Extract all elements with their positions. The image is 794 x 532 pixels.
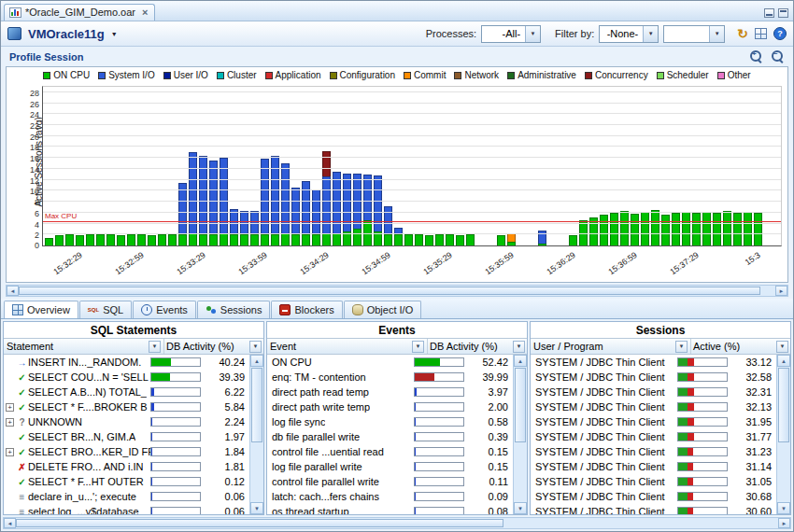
zoom-out-icon[interactable]: − xyxy=(771,49,785,63)
chart-horizontal-scrollbar[interactable]: ◄ ► xyxy=(6,285,788,297)
table-row[interactable]: +✓SELECT * F....BROKER B5.84 xyxy=(4,399,249,414)
expander-icon[interactable]: + xyxy=(6,448,14,456)
tab-object-i-o[interactable]: Object I/O xyxy=(344,301,422,318)
table-row[interactable]: ✓SELECT COU...N = 'SELL39.39 xyxy=(4,370,249,385)
scroll-left-icon[interactable]: ◄ xyxy=(7,286,19,296)
scroll-thumb[interactable] xyxy=(778,368,789,442)
scroll-right-icon[interactable]: ► xyxy=(775,286,787,296)
column-header-user-program[interactable]: User / Program▼ xyxy=(531,339,691,354)
table-row[interactable]: +?UNKNOWN2.24 xyxy=(4,414,249,429)
table-row[interactable]: SYSTEM / JDBC Thin Client30.60 xyxy=(531,504,776,514)
scroll-up-icon[interactable]: ▲ xyxy=(777,355,790,367)
scroll-left-icon[interactable]: ◄ xyxy=(4,518,16,528)
chevron-down-icon[interactable]: ▼ xyxy=(643,26,658,42)
table-row[interactable]: db file parallel write0.39 xyxy=(267,429,513,444)
vertical-scrollbar[interactable]: ▲ ▼ xyxy=(249,355,263,514)
tab-sessions[interactable]: Sessions xyxy=(197,301,271,318)
editor-tab[interactable]: *Oracle_GIM_Demo.oar × xyxy=(4,4,155,21)
table-row[interactable]: ≡select log_...v$database0.06 xyxy=(4,504,249,514)
table-row[interactable]: SYSTEM / JDBC Thin Client31.95 xyxy=(531,414,776,429)
table-row[interactable]: enq: TM - contention39.99 xyxy=(267,370,513,385)
table-row[interactable]: latch: cach...fers chains0.09 xyxy=(267,489,513,504)
scroll-track[interactable] xyxy=(16,518,778,528)
table-row[interactable]: SYSTEM / JDBC Thin Client31.14 xyxy=(531,459,776,474)
help-icon[interactable]: ? xyxy=(773,27,787,40)
scroll-right-icon[interactable]: ► xyxy=(778,518,790,528)
scroll-track[interactable] xyxy=(777,367,790,502)
column-header-active[interactable]: Active (%)▼ xyxy=(691,339,790,354)
scroll-up-icon[interactable]: ▲ xyxy=(514,355,527,367)
filter-dropdown-icon[interactable]: ▼ xyxy=(675,341,688,353)
table-row[interactable]: ON CPU52.42 xyxy=(267,355,513,370)
vertical-scrollbar[interactable]: ▲ ▼ xyxy=(776,355,790,514)
tab-sql[interactable]: SQLSQL xyxy=(79,301,132,318)
column-header-statement[interactable]: Statement▼ xyxy=(4,339,164,354)
chart-scroll-thumb[interactable] xyxy=(19,287,760,295)
close-icon[interactable]: × xyxy=(142,7,148,18)
vertical-scrollbar[interactable]: ▲ ▼ xyxy=(513,355,527,514)
table-row[interactable]: os thread startup0.08 xyxy=(267,504,513,514)
table-row[interactable]: direct path read temp3.97 xyxy=(267,385,513,399)
filter-dropdown-icon[interactable]: ▼ xyxy=(412,341,424,353)
minimize-button[interactable] xyxy=(764,8,774,18)
processes-select[interactable]: -All- ▼ xyxy=(481,25,541,43)
connection-name[interactable]: VMOracle11g xyxy=(28,27,105,41)
expander-icon[interactable]: + xyxy=(6,403,14,412)
table-row[interactable]: SYSTEM / JDBC Thin Client32.13 xyxy=(531,399,776,414)
scroll-thumb[interactable] xyxy=(515,368,526,442)
table-row[interactable]: SYSTEM / JDBC Thin Client31.05 xyxy=(531,474,776,489)
chevron-down-icon[interactable]: ▼ xyxy=(709,26,724,42)
scroll-up-icon[interactable]: ▲ xyxy=(250,355,263,367)
scroll-thumb[interactable] xyxy=(251,368,262,442)
tab-events[interactable]: Events xyxy=(133,301,196,318)
table-row[interactable]: SYSTEM / JDBC Thin Client31.77 xyxy=(531,429,776,444)
legend-item: Commit xyxy=(404,70,446,80)
table-row[interactable]: log file sync0.58 xyxy=(267,414,513,429)
refresh-icon[interactable]: ↻ xyxy=(737,27,748,40)
table-row[interactable]: +✓SELECT BRO...KER_ID FR1.84 xyxy=(4,444,249,459)
tab-blockers[interactable]: Blockers xyxy=(271,301,342,318)
scroll-thumb[interactable] xyxy=(16,519,503,527)
scroll-down-icon[interactable]: ▼ xyxy=(777,502,790,514)
table-row[interactable]: SYSTEM / JDBC Thin Client31.23 xyxy=(531,444,776,459)
filter-dropdown-icon[interactable]: ▼ xyxy=(513,341,525,353)
table-row[interactable]: ✓SELECT BR...N, GIM.A1.97 xyxy=(4,429,249,444)
table-row[interactable]: →INSERT IN..._RANDOM.40.24 xyxy=(4,355,249,370)
column-header-db-activity[interactable]: DB Activity (%)▼ xyxy=(428,339,527,354)
chart-scroll-track[interactable] xyxy=(19,286,775,296)
column-header-event[interactable]: Event▼ xyxy=(267,339,428,354)
table-row[interactable]: ✓SELECT * F...HT OUTER0.12 xyxy=(4,474,249,489)
table-view-icon[interactable] xyxy=(755,28,767,39)
table-row[interactable]: ≡declare in_u...'; execute0.06 xyxy=(4,489,249,504)
table-row[interactable]: SYSTEM / JDBC Thin Client33.12 xyxy=(531,355,776,370)
filter-value-select[interactable]: ▼ xyxy=(663,25,725,43)
row-label: direct path write temp xyxy=(269,401,370,413)
scroll-down-icon[interactable]: ▼ xyxy=(514,502,527,514)
table-row[interactable]: control file ...uential read0.15 xyxy=(267,444,513,459)
zoom-in-icon[interactable]: + xyxy=(749,49,763,63)
table-row[interactable]: SYSTEM / JDBC Thin Client30.68 xyxy=(531,489,776,504)
table-row[interactable]: log file parallel write0.15 xyxy=(267,459,513,474)
table-row[interactable]: SYSTEM / JDBC Thin Client32.58 xyxy=(531,370,776,385)
sql-statements-panel: SQL Statements Statement▼ DB Activity (%… xyxy=(3,321,264,515)
filter-by-select[interactable]: -None- ▼ xyxy=(599,25,659,43)
table-row[interactable]: SYSTEM / JDBC Thin Client32.31 xyxy=(531,385,776,399)
filter-dropdown-icon[interactable]: ▼ xyxy=(776,341,788,353)
connection-dropdown-icon[interactable]: ▼ xyxy=(111,31,118,37)
scroll-down-icon[interactable]: ▼ xyxy=(250,502,263,514)
tab-overview[interactable]: Overview xyxy=(4,301,78,318)
expander-icon[interactable]: + xyxy=(6,418,14,427)
table-row[interactable]: ✓SELECT A.B...N) TOTAL_6.22 xyxy=(4,385,249,399)
column-header-db-activity[interactable]: DB Activity (%)▼ xyxy=(164,339,263,354)
bottom-horizontal-scrollbar[interactable]: ◄ ► xyxy=(3,517,791,529)
chevron-down-icon[interactable]: ▼ xyxy=(525,26,540,42)
table-row[interactable]: control file parallel write0.11 xyxy=(267,474,513,489)
filter-dropdown-icon[interactable]: ▼ xyxy=(249,341,262,353)
scroll-track[interactable] xyxy=(250,367,263,502)
table-row[interactable]: direct path write temp2.00 xyxy=(267,399,513,414)
filter-dropdown-icon[interactable]: ▼ xyxy=(149,341,161,353)
activity-bar xyxy=(150,477,201,486)
scroll-track[interactable] xyxy=(514,367,527,502)
table-row[interactable]: ✗DELETE FRO... AND i.IN1.81 xyxy=(4,459,249,474)
maximize-button[interactable] xyxy=(778,8,788,18)
